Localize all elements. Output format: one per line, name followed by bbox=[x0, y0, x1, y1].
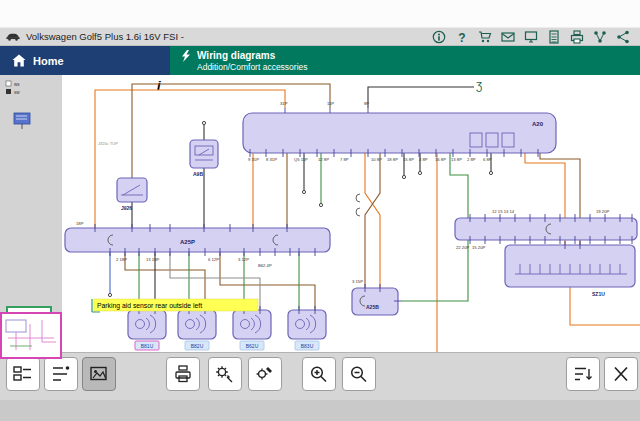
nav-home[interactable]: Home bbox=[0, 46, 170, 75]
svg-text:B82U: B82U bbox=[191, 343, 204, 349]
pin-label: 10 8P bbox=[371, 157, 382, 162]
svg-text:Parking aid sensor rear outsid: Parking aid sensor rear outside left bbox=[97, 302, 202, 310]
calculator-icon[interactable] bbox=[547, 30, 561, 44]
components-icon bbox=[13, 365, 33, 383]
pin-label: 31P bbox=[280, 101, 288, 106]
pin-label: Q5 11P bbox=[294, 157, 308, 162]
label-note: J320c TOP bbox=[98, 141, 118, 146]
sensor-b81u[interactable] bbox=[128, 310, 166, 339]
home-icon bbox=[12, 54, 26, 67]
footer-band bbox=[0, 400, 640, 421]
pin-label: 22 20P bbox=[456, 245, 469, 250]
sensor-b82u[interactable] bbox=[178, 310, 216, 339]
gear-wrench-icon bbox=[215, 365, 235, 383]
cart-icon[interactable] bbox=[478, 30, 492, 44]
info-icon[interactable]: i bbox=[157, 78, 161, 93]
help-icon[interactable]: ? bbox=[455, 30, 469, 44]
pin-label: 13 18P bbox=[146, 257, 159, 262]
close-button[interactable] bbox=[604, 357, 638, 391]
zoom-out-icon bbox=[349, 365, 369, 383]
svg-text:?: ? bbox=[458, 30, 465, 44]
car-icon bbox=[6, 30, 20, 44]
relay-symbol: Ʒ bbox=[476, 81, 482, 92]
section-title: Wiring diagrams bbox=[197, 50, 275, 61]
network-icon[interactable] bbox=[593, 30, 607, 44]
picture-view-button[interactable] bbox=[82, 357, 116, 391]
wiring-diagram-canvas[interactable]: ws sw i Ʒ bbox=[0, 75, 640, 352]
nav-home-label: Home bbox=[33, 55, 64, 67]
titlebar-icons: ? bbox=[432, 30, 634, 44]
svg-text:ws: ws bbox=[14, 82, 20, 87]
pin-label: 8 31P bbox=[266, 157, 277, 162]
pin-label: 15 8P bbox=[403, 157, 414, 162]
highlighted-component-label[interactable]: Parking aid sensor rear outside left bbox=[92, 299, 258, 312]
gear-edit-icon bbox=[255, 365, 275, 383]
picture-icon bbox=[89, 365, 109, 383]
components-view-button[interactable] bbox=[6, 357, 40, 391]
svg-text:B81U: B81U bbox=[141, 343, 154, 349]
printer-icon[interactable] bbox=[570, 30, 584, 44]
mini-module-icon bbox=[14, 113, 30, 124]
wire-colors-icon bbox=[51, 365, 71, 383]
svg-text:sw: sw bbox=[14, 90, 20, 95]
pin-label: 9 31P bbox=[248, 157, 259, 162]
detail-thumbnail[interactable] bbox=[0, 312, 62, 359]
pin-label: 3 15P bbox=[352, 279, 363, 284]
wiring-diagram-svg: ws sw i Ʒ bbox=[0, 75, 640, 352]
window-title: Volkswagen Golf5 Plus 1.6i 16V FSI - bbox=[26, 31, 184, 42]
settings-edit-button[interactable] bbox=[248, 357, 282, 391]
pin-label: 2 18P bbox=[116, 257, 127, 262]
svg-text:B62U: B62U bbox=[246, 343, 259, 349]
zoom-out-button[interactable] bbox=[342, 357, 376, 391]
wire-colors-button[interactable] bbox=[44, 357, 78, 391]
label-sz1u: SZ1U bbox=[592, 291, 605, 297]
label-a9b: A9B bbox=[193, 171, 203, 177]
pin-label: 8P bbox=[364, 101, 369, 106]
pin-label: 18 8P bbox=[387, 157, 398, 162]
zoom-in-icon bbox=[309, 365, 329, 383]
sort-icon bbox=[573, 365, 593, 383]
pin-label: 19 20P bbox=[596, 209, 609, 214]
close-icon bbox=[611, 365, 631, 383]
svg-text:B83U: B83U bbox=[301, 343, 314, 349]
navbar: Home Wiring diagrams Addition/Comfort ac… bbox=[0, 46, 640, 75]
titlebar: Volkswagen Golf5 Plus 1.6i 16V FSI - ? bbox=[0, 28, 640, 46]
label-a25b: A25B bbox=[366, 304, 379, 310]
print-button[interactable] bbox=[166, 357, 200, 391]
pin-label: 4 8P bbox=[419, 157, 428, 162]
pin-label: 15 20P bbox=[472, 245, 485, 250]
pin-label: 12 15 13 14 bbox=[492, 209, 515, 214]
pin-label: 3 12P bbox=[238, 257, 249, 262]
pin-label: 11P bbox=[327, 101, 334, 106]
settings-service-button[interactable] bbox=[208, 357, 242, 391]
zoom-in-button[interactable] bbox=[302, 357, 336, 391]
pin-label: 7 8P bbox=[340, 157, 349, 162]
pin-label: 13 8P bbox=[451, 157, 462, 162]
pin-label: B62 4P bbox=[258, 263, 272, 268]
mail-icon[interactable] bbox=[501, 30, 515, 44]
section-subtitle: Addition/Comfort accessories bbox=[197, 62, 630, 72]
share-icon[interactable] bbox=[616, 30, 630, 44]
component-a25b[interactable] bbox=[352, 288, 398, 315]
sensor-b62u[interactable] bbox=[233, 310, 271, 339]
monitor-icon[interactable] bbox=[524, 30, 538, 44]
sort-menu-button[interactable] bbox=[566, 357, 600, 391]
label-a25p: A25P bbox=[180, 239, 195, 245]
pin-label: 2 8P bbox=[467, 157, 476, 162]
sensor-b83u[interactable] bbox=[288, 310, 326, 339]
pin-label: 12 8P bbox=[318, 157, 329, 162]
component-a9b[interactable] bbox=[190, 140, 218, 168]
label-a20: A20 bbox=[532, 121, 544, 127]
wiring-diagrams-icon bbox=[180, 50, 192, 62]
pin-label: 16 8P bbox=[435, 157, 446, 162]
pin-label: 6 8P bbox=[483, 157, 492, 162]
window-top-margin bbox=[0, 0, 640, 28]
driver-info-icon[interactable] bbox=[432, 30, 446, 44]
label-j926: J926 bbox=[121, 205, 132, 211]
pin-label: 6 12P bbox=[208, 257, 219, 262]
print-icon bbox=[173, 365, 193, 383]
pin-label: 18P bbox=[76, 221, 84, 226]
nav-section: Wiring diagrams Addition/Comfort accesso… bbox=[170, 46, 640, 75]
